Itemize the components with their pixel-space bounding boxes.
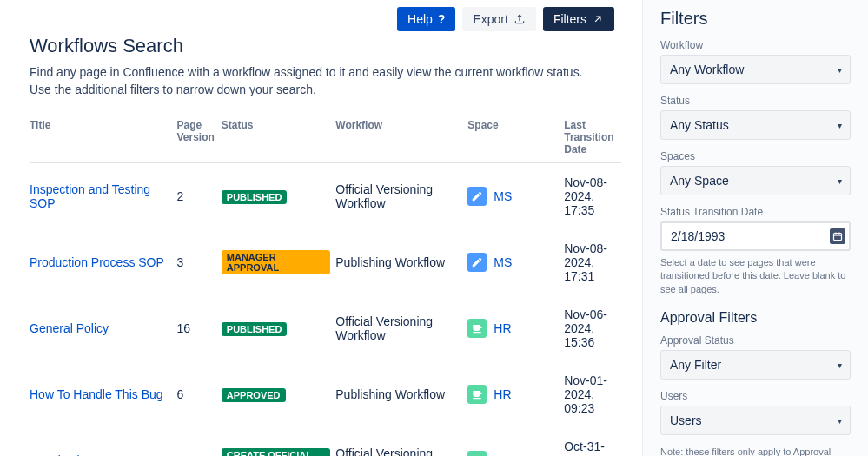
- table-row: How To Handle This Bug 6 APPROVED Publis…: [30, 361, 621, 427]
- svg-rect-2: [834, 234, 842, 241]
- question-icon: ?: [438, 12, 446, 26]
- workflow-label: Workflow: [660, 39, 851, 51]
- row-version: 2: [176, 163, 221, 230]
- approval-help-text: Note: these filters only apply to Approv…: [660, 446, 851, 456]
- approval-help-text-span: Note: these filters only apply to Approv…: [660, 446, 831, 456]
- date-label: Status Transition Date: [660, 206, 851, 218]
- space-icon: [467, 385, 487, 404]
- status-badge: CREATE OFFICIAL VERSION: [222, 448, 330, 456]
- filters-button[interactable]: Filters: [543, 7, 614, 31]
- row-date: Nov-08-2024, 17:31: [564, 229, 621, 295]
- status-badge: MANAGER APPROVAL: [222, 250, 330, 274]
- row-date: Nov-08-2024, 17:35: [564, 163, 621, 230]
- help-label: Help: [407, 12, 433, 26]
- status-badge: PUBLISHED: [222, 190, 288, 204]
- page-title: Workflows Search: [30, 35, 621, 57]
- status-transition-date-input[interactable]: [660, 221, 851, 251]
- sidebar-title: Filters: [660, 9, 851, 29]
- column-title: Title: [30, 112, 176, 163]
- status-select[interactable]: Any Status: [660, 110, 851, 140]
- approval-filters-title: Approval Filters: [660, 310, 851, 326]
- row-date: Oct-31-2024, 16:29: [564, 427, 621, 456]
- spaces-label: Spaces: [660, 150, 851, 162]
- row-version: 11: [176, 427, 221, 456]
- row-title-link[interactable]: How To Handle This Bug: [30, 387, 163, 401]
- table-row: General Policy 16 PUBLISHED Official Ver…: [30, 295, 621, 361]
- help-button[interactable]: Help ?: [397, 7, 455, 31]
- status-badge: APPROVED: [222, 388, 286, 402]
- approval-status-label: Approval Status: [660, 334, 851, 347]
- filters-label: Filters: [553, 12, 586, 26]
- main-content: Help ? Export Filters Workflows Search F…: [0, 0, 642, 456]
- arrow-icon: [592, 13, 604, 25]
- row-workflow: Publishing Workflow: [335, 361, 467, 427]
- filters-sidebar: Filters Workflow Any Workflow Status Any…: [642, 0, 868, 456]
- table-row: Inspection and Testing SOP 2 PUBLISHED O…: [30, 163, 621, 230]
- row-version: 6: [176, 361, 221, 427]
- export-label: Export: [473, 12, 507, 26]
- users-select[interactable]: Users: [660, 406, 851, 435]
- status-label: Status: [660, 95, 851, 107]
- row-title-link[interactable]: Production Process SOP: [30, 255, 164, 269]
- table-row: Production Process SOP 3 MANAGER APPROVA…: [30, 229, 621, 295]
- row-title-link[interactable]: General Policy: [30, 321, 109, 335]
- column-page-version: Page Version: [176, 112, 221, 163]
- row-date: Nov-01-2024, 09:23: [564, 361, 621, 427]
- results-table: Title Page Version Status Workflow Space…: [30, 112, 621, 456]
- column-space: Space: [467, 112, 564, 163]
- calendar-icon: [830, 228, 845, 244]
- row-date: Nov-06-2024, 15:36: [564, 295, 621, 361]
- space-link[interactable]: MS: [494, 255, 512, 269]
- row-workflow: Publishing Workflow: [335, 229, 467, 295]
- space-icon: [467, 451, 487, 456]
- column-status: Status: [222, 112, 335, 163]
- row-title-link[interactable]: Inspection and Testing SOP: [30, 182, 150, 210]
- export-button[interactable]: Export: [462, 7, 535, 31]
- users-label: Users: [660, 390, 851, 402]
- space-icon: [467, 319, 487, 338]
- approval-status-select[interactable]: Any Filter: [660, 350, 851, 380]
- toolbar: Help ? Export Filters: [30, 7, 621, 31]
- space-link[interactable]: MS: [494, 189, 512, 203]
- row-version: 3: [176, 229, 221, 295]
- spaces-select[interactable]: Any Space: [660, 166, 851, 195]
- space-link[interactable]: HR: [494, 387, 511, 401]
- table-row: Introduction 11 CREATE OFFICIAL VERSION …: [30, 427, 621, 456]
- workflow-select[interactable]: Any Workflow: [660, 55, 851, 84]
- space-link[interactable]: HR: [494, 321, 511, 335]
- date-help-text: Select a date to see pages that were tra…: [660, 256, 851, 296]
- row-workflow: Official Versioning Workflow: [335, 427, 467, 456]
- page-subtitle: Find any page in Confluence with a workf…: [30, 64, 586, 98]
- space-icon: [467, 187, 487, 206]
- share-icon: [514, 13, 526, 25]
- row-workflow: Official Versioning Workflow: [335, 163, 467, 230]
- svg-line-1: [595, 17, 600, 22]
- status-badge: PUBLISHED: [222, 322, 288, 336]
- row-version: 16: [176, 295, 221, 361]
- column-workflow: Workflow: [335, 112, 467, 163]
- column-last-transition-date: Last Transition Date: [564, 112, 621, 163]
- row-workflow: Official Versioning Workflow: [335, 295, 467, 361]
- space-icon: [467, 253, 487, 272]
